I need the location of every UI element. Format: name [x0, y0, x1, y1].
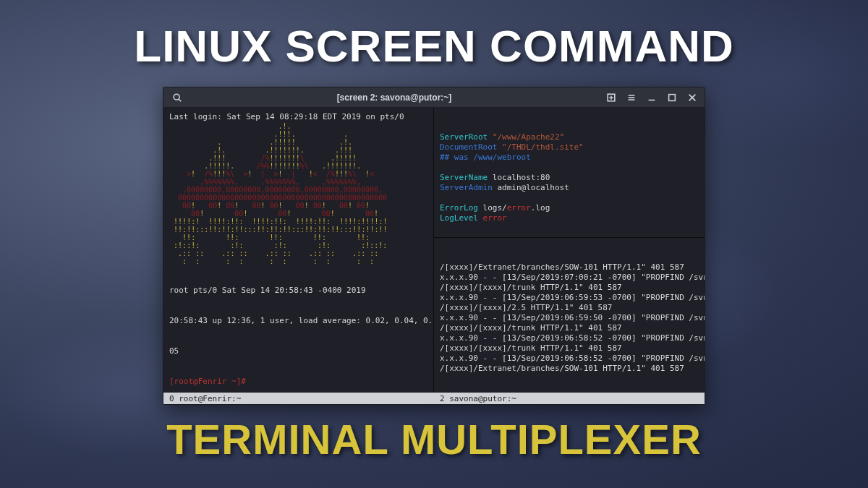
log-output: /[xxxx]/Extranet/branches/SOW-101 HTTP/1… [440, 262, 699, 374]
svg-rect-9 [669, 94, 676, 100]
pane-left[interactable]: Last login: Sat Sep 14 08:29:18 EDT 2019… [163, 108, 434, 393]
uptime-line-2: 05 [169, 346, 427, 356]
terminal-body[interactable]: Last login: Sat Sep 14 08:29:18 EDT 2019… [163, 108, 705, 393]
who-line: root pts/0 Sat Sep 14 20:58:43 -0400 201… [169, 286, 427, 296]
svg-line-1 [179, 99, 181, 101]
config-file-view: ServerRoot "/www/Apache22" DocumentRoot … [440, 132, 699, 223]
search-icon[interactable] [168, 90, 187, 106]
last-login-line: Last login: Sat Sep 14 08:29:18 EDT 2019… [169, 112, 427, 122]
pane-right-stack: ServerRoot "/www/Apache22" DocumentRoot … [434, 108, 705, 393]
close-icon[interactable] [683, 90, 702, 106]
headline-bottom: TERMINAL MULTIPLEXER [0, 415, 868, 463]
uptime-line-1: 20:58:43 up 12:36, 1 user, load average:… [169, 316, 427, 326]
shell-prompt[interactable]: [root@Fenrir ~]# [169, 377, 427, 387]
screen-status-bar: 0 root@Fenrir:~ 2 savona@putor:~ [163, 393, 705, 404]
maximize-icon[interactable] [663, 90, 681, 106]
pane-bottom-right[interactable]: /[xxxx]/Extranet/branches/SOW-101 HTTP/1… [434, 238, 705, 393]
svg-point-0 [174, 94, 179, 100]
pane-top-right[interactable]: ServerRoot "/www/Apache22" DocumentRoot … [434, 108, 705, 238]
status-right[interactable]: 2 savona@putor:~ [434, 394, 522, 403]
status-left[interactable]: 0 root@Fenrir:~ [163, 394, 434, 403]
titlebar: [screen 2: savona@putor:~] [163, 87, 705, 108]
terminal-window: [screen 2: savona@putor:~] Last login: S… [163, 87, 705, 405]
window-title: [screen 2: savona@putor:~] [187, 93, 602, 103]
ascii-art: .!. .!!!. . . .!!!!! .!. .!. .!!!!!!!. .… [169, 122, 427, 265]
pane-left-footer: root pts/0 Sat Sep 14 20:58:43 -0400 201… [169, 265, 427, 393]
new-tab-icon[interactable] [602, 90, 621, 106]
minimize-icon[interactable] [642, 90, 661, 106]
menu-icon[interactable] [622, 90, 641, 106]
headline-top: LINUX SCREEN COMMAND [0, 20, 868, 72]
